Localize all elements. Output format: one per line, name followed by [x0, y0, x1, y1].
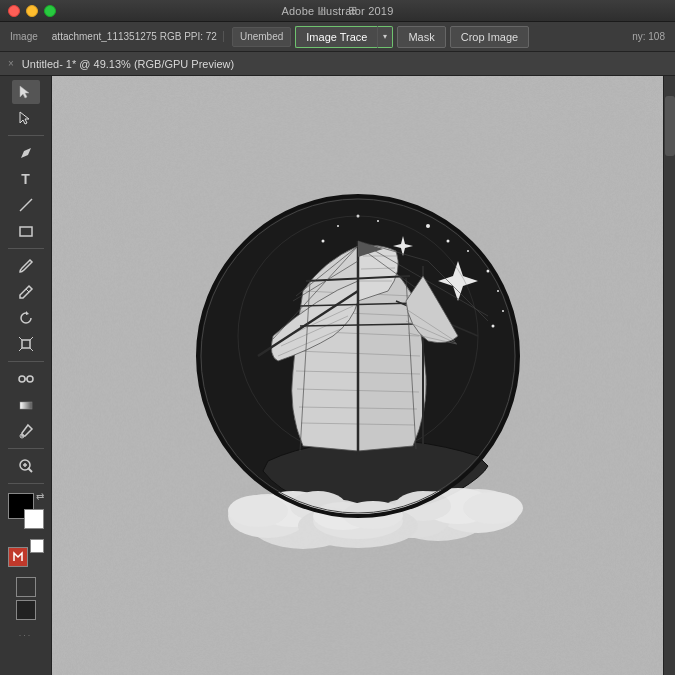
svg-line-0	[20, 199, 32, 211]
svg-point-20	[467, 250, 469, 252]
title-bar-icons: ⌂ ⊞	[315, 3, 361, 19]
title-bar: ⌂ ⊞ Adobe Illustrator 2019	[0, 0, 675, 22]
image-trace-button[interactable]: Image Trace	[295, 26, 377, 48]
svg-line-6	[19, 348, 22, 351]
separator-1	[8, 135, 44, 136]
ship-artwork	[148, 161, 568, 591]
image-label: Image	[6, 31, 42, 42]
rotate-tool[interactable]	[12, 306, 40, 330]
blend-tool[interactable]	[12, 367, 40, 391]
artboard-white	[30, 539, 44, 553]
tab-title: Untitled- 1* @ 49.13% (RGB/GPU Preview)	[22, 58, 234, 70]
svg-rect-3	[22, 340, 30, 348]
vertical-scrollbar[interactable]	[663, 76, 675, 675]
scale-tool[interactable]	[12, 332, 40, 356]
separator-4	[8, 448, 44, 449]
svg-point-27	[502, 310, 504, 312]
svg-point-18	[426, 224, 430, 228]
unembed-button[interactable]: Unembed	[232, 27, 291, 47]
separator-3	[8, 361, 44, 362]
svg-point-28	[491, 324, 494, 327]
separator-5	[8, 483, 44, 484]
file-info: attachment_111351275 RGB PPI: 72	[46, 31, 224, 42]
artboard-marker[interactable]	[8, 539, 44, 567]
main-layout: T	[0, 76, 675, 675]
rectangle-tool[interactable]	[12, 219, 40, 243]
svg-line-7	[30, 348, 33, 351]
home-icon: ⌂	[315, 3, 331, 19]
image-trace-dropdown[interactable]: ▾	[377, 26, 393, 48]
position-info: ny: 108	[628, 31, 669, 42]
tab-close-button[interactable]: ×	[8, 58, 14, 69]
canvas-area[interactable]	[52, 76, 663, 675]
crop-image-button[interactable]: Crop Image	[450, 26, 529, 48]
background-color[interactable]	[24, 509, 44, 529]
toolbar: Image attachment_111351275 RGB PPI: 72 U…	[0, 22, 675, 52]
minimize-button[interactable]	[26, 5, 38, 17]
pencil-tool[interactable]	[12, 280, 40, 304]
svg-point-67	[228, 495, 288, 527]
eyedropper-tool[interactable]	[12, 419, 40, 443]
swap-colors-icon[interactable]: ⇄	[36, 491, 44, 502]
window-controls[interactable]	[8, 5, 56, 17]
zoom-tool[interactable]	[12, 454, 40, 478]
svg-line-5	[30, 337, 33, 340]
svg-rect-11	[20, 402, 32, 409]
tab-bar: × Untitled- 1* @ 49.13% (RGB/GPU Preview…	[0, 52, 675, 76]
recent-colors	[16, 577, 36, 620]
close-button[interactable]	[8, 5, 20, 17]
maximize-button[interactable]	[44, 5, 56, 17]
paintbrush-tool[interactable]	[12, 254, 40, 278]
svg-point-73	[463, 492, 523, 524]
svg-point-25	[337, 225, 339, 227]
svg-point-8	[19, 376, 25, 382]
grid-icon: ⊞	[345, 3, 361, 19]
separator-2	[8, 248, 44, 249]
svg-point-26	[321, 239, 324, 242]
svg-line-14	[28, 468, 32, 472]
mask-button[interactable]: Mask	[397, 26, 445, 48]
scroll-thumb[interactable]	[665, 96, 675, 156]
type-tool[interactable]: T	[12, 167, 40, 191]
svg-rect-1	[20, 227, 32, 236]
gradient-tool[interactable]	[12, 393, 40, 417]
svg-line-2	[26, 289, 29, 292]
selection-tool[interactable]	[12, 80, 40, 104]
pen-tool[interactable]	[12, 141, 40, 165]
svg-line-4	[19, 337, 22, 340]
svg-point-19	[446, 239, 449, 242]
direct-selection-tool[interactable]	[12, 106, 40, 130]
image-trace-group: Image Trace ▾	[295, 26, 393, 48]
line-tool[interactable]	[12, 193, 40, 217]
artwork-container	[148, 161, 568, 591]
svg-point-22	[497, 290, 499, 292]
svg-point-9	[27, 376, 33, 382]
color-swatches[interactable]: ⇄	[8, 493, 44, 529]
recent-color-2[interactable]	[16, 600, 36, 620]
svg-point-23	[377, 220, 379, 222]
artboard-icon	[8, 547, 28, 567]
more-tools-indicator: ···	[19, 630, 33, 640]
recent-color-1[interactable]	[16, 577, 36, 597]
left-toolbar: T	[0, 76, 52, 675]
